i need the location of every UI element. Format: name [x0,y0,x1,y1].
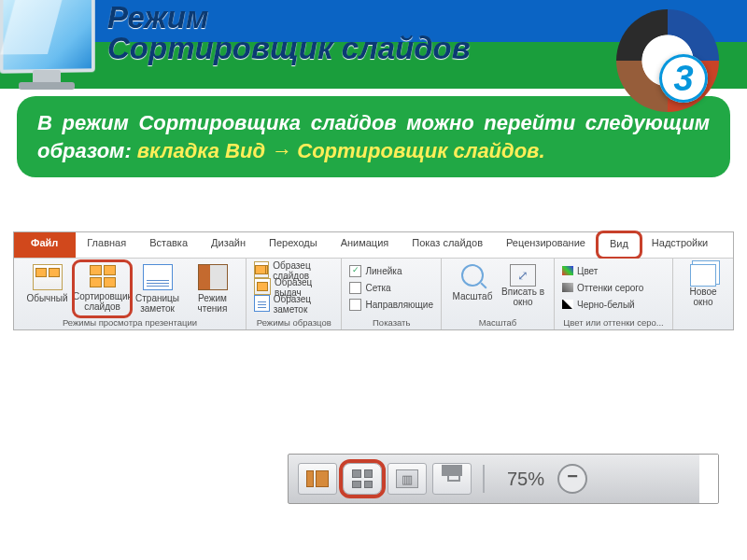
description-box: В режим Сортировщика слайдов можно перей… [17,96,730,177]
description-highlight: вкладка Вид → Сортировщик слайдов. [137,139,545,162]
group-window: Новое окно [673,259,733,329]
btn-fit-window[interactable]: Вписать в окно [498,262,548,309]
ribbon-body: Обычный Сортировщик слайдов Страницы зам… [14,259,733,329]
btn-grayscale-label: Оттенки серого [577,283,643,293]
btn-normal-label: Обычный [26,293,67,303]
chk-gridlines-label: Сетка [365,283,390,293]
group-master-views: Образец слайдов Образец выдач Образец за… [247,259,342,329]
divider [483,465,485,493]
chk-guides-label: Направляющие [365,300,433,310]
blackwhite-icon [562,300,573,309]
notes-page-icon [143,264,173,290]
tab-design[interactable]: Дизайн [200,232,258,258]
btn-new-window-label: Новое окно [681,287,726,307]
slide-title: Режим Сортировщик слайдов [107,2,471,63]
fit-window-icon [510,264,536,287]
btn-color-label: Цвет [577,266,598,276]
statusbar-slideshow[interactable] [432,463,472,495]
group-color: Цвет Оттенки серого Черно-белый Цвет или… [555,259,673,329]
btn-notes-master[interactable]: Образец заметок [252,296,335,313]
reading-view-glyph: ▥ [396,469,418,488]
statusbar-slide-sorter[interactable] [343,463,382,495]
btn-sorter-label: Сортировщик слайдов [73,291,132,312]
new-window-icon [690,264,716,287]
slide-header: Режим Сортировщик слайдов 3 [0,0,747,89]
btn-zoom[interactable]: Масштаб [447,262,498,309]
statusbar-reading-view[interactable]: ▥ [388,463,427,495]
checkbox-gridlines[interactable] [349,282,361,294]
tab-file[interactable]: Файл [14,232,76,258]
ribbon-tabs: Файл Главная Вставка Дизайн Переходы Ани… [14,232,733,259]
tab-transitions[interactable]: Переходы [258,232,330,258]
btn-notes-page[interactable]: Страницы заметок [130,262,185,315]
group-show: ✓ Линейка Сетка Направляющие Показать [342,259,442,329]
tab-addins[interactable]: Надстройки [641,232,720,258]
btn-fit-label: Вписать в окно [500,287,546,307]
group-zoom: Масштаб Вписать в окно Масштаб [442,259,555,329]
status-bar-screenshot: ▥ 75% − [288,454,719,504]
btn-reading-label: Режим чтения [187,293,238,314]
group-label-presentation-views: Режимы просмотра презентации [63,317,197,328]
statusbar-normal-view[interactable] [298,463,337,495]
tab-home[interactable]: Главная [76,232,138,258]
group-presentation-views: Обычный Сортировщик слайдов Страницы зам… [14,259,247,329]
checkbox-guides[interactable] [349,299,361,311]
group-label-color: Цвет или оттенки серо... [563,317,664,328]
grayscale-icon [562,283,573,292]
chk-ruler-label: Линейка [365,266,402,276]
btn-blackwhite[interactable]: Черно-белый [560,296,667,313]
notes-master-icon [254,295,270,312]
normal-view-icon [33,264,63,290]
monitor-graphic [0,0,103,107]
tab-review[interactable]: Рецензирование [495,232,598,258]
group-label-master-views: Режимы образцов [257,317,331,328]
btn-normal-view[interactable]: Обычный [20,262,75,315]
slide-sorter-glyph [352,469,373,488]
badge-number: 3 [659,54,708,103]
notes-master-label: Образец заметок [274,294,334,315]
slide-sorter-icon [89,264,117,288]
reading-view-icon [198,264,228,290]
tab-insert[interactable]: Вставка [138,232,200,258]
title-line2: Сортировщик слайдов [107,33,471,63]
btn-blackwhite-label: Черно-белый [577,300,635,310]
zoom-out-button[interactable]: − [557,464,587,494]
title-line1: Режим [107,0,208,35]
btn-color[interactable]: Цвет [560,262,667,279]
zoom-percent[interactable]: 75% [507,469,544,490]
color-icon [562,266,573,275]
btn-notes-label: Страницы заметок [132,293,183,314]
chk-ruler-row[interactable]: ✓ Линейка [347,262,403,279]
group-label-window [702,317,705,328]
tab-animation[interactable]: Анимация [330,232,402,258]
checkbox-ruler[interactable]: ✓ [349,265,361,277]
tab-slideshow[interactable]: Показ слайдов [401,232,495,258]
handout-master-icon [254,278,271,295]
tab-view[interactable]: Вид [598,232,641,258]
btn-grayscale[interactable]: Оттенки серого [560,279,667,296]
slideshow-glyph [442,465,462,493]
btn-new-window[interactable]: Новое окно [679,262,727,309]
normal-view-glyph [306,470,329,487]
slide-master-icon [254,261,269,278]
ribbon-screenshot: Файл Главная Вставка Дизайн Переходы Ани… [13,231,734,330]
group-label-show: Показать [373,317,410,328]
btn-reading-view[interactable]: Режим чтения [185,262,240,315]
chk-guides-row[interactable]: Направляющие [347,296,435,313]
btn-slide-sorter[interactable]: Сортировщик слайдов [75,262,130,315]
btn-zoom-label: Масштаб [453,291,493,301]
group-label-zoom: Масштаб [479,317,517,328]
chk-gridlines-row[interactable]: Сетка [347,279,392,296]
zoom-icon [461,264,484,287]
